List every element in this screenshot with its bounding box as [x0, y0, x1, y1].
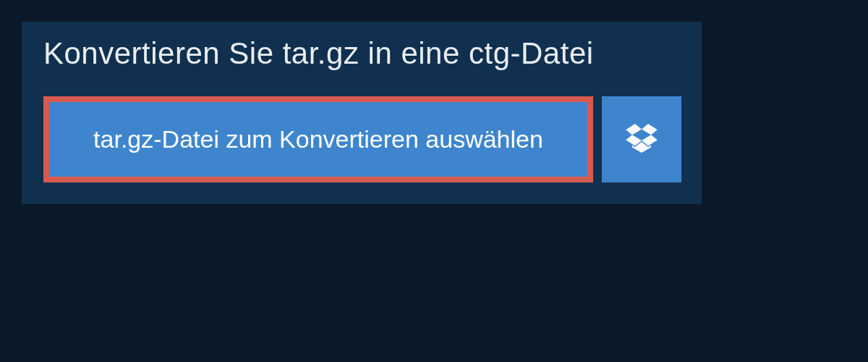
- dropbox-icon: [626, 124, 658, 156]
- dropbox-button[interactable]: [602, 96, 681, 182]
- action-row: tar.gz-Datei zum Konvertieren auswählen: [43, 96, 680, 182]
- select-file-button-label: tar.gz-Datei zum Konvertieren auswählen: [93, 125, 543, 153]
- converter-panel: Konvertieren Sie tar.gz in eine ctg-Date…: [22, 22, 702, 204]
- page-title: Konvertieren Sie tar.gz in eine ctg-Date…: [43, 36, 680, 71]
- select-file-button[interactable]: tar.gz-Datei zum Konvertieren auswählen: [43, 96, 593, 182]
